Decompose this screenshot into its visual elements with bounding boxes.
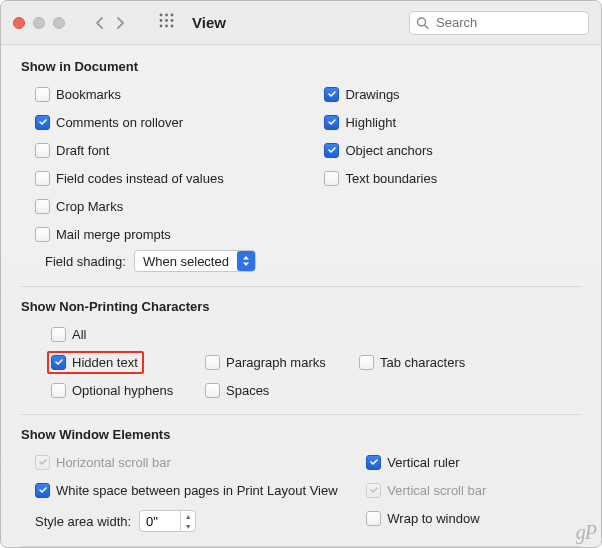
stepper-arrows[interactable]: ▲ ▼ bbox=[180, 511, 195, 531]
field-shading-label: Field shading: bbox=[45, 254, 126, 269]
checkbox-icon bbox=[366, 455, 381, 470]
style-area-width-row: Style area width: ▲ ▼ bbox=[35, 510, 346, 532]
close-window-button[interactable] bbox=[13, 17, 25, 29]
svg-line-10 bbox=[425, 25, 429, 29]
chevron-up-icon: ▲ bbox=[181, 511, 195, 521]
checkbox-optional-hyphens[interactable]: Optional hyphens bbox=[51, 380, 181, 400]
checkbox-icon bbox=[35, 171, 50, 186]
checkbox-label: Horizontal scroll bar bbox=[56, 455, 171, 470]
checkbox-mail-merge-prompts[interactable]: Mail merge prompts bbox=[35, 224, 304, 244]
svg-point-5 bbox=[171, 19, 174, 22]
annotation-highlight: Hidden text bbox=[47, 351, 144, 374]
checkbox-icon bbox=[51, 355, 66, 370]
checkbox-hidden-text[interactable]: Hidden text bbox=[51, 352, 181, 372]
back-button[interactable] bbox=[95, 16, 105, 30]
maximize-window-button[interactable] bbox=[53, 17, 65, 29]
checkbox-icon bbox=[205, 383, 220, 398]
svg-point-2 bbox=[171, 14, 174, 17]
checkbox-all[interactable]: All bbox=[51, 324, 581, 344]
checkbox-icon bbox=[35, 87, 50, 102]
checkbox-drawings[interactable]: Drawings bbox=[324, 84, 581, 104]
checkbox-bookmarks[interactable]: Bookmarks bbox=[35, 84, 304, 104]
checkbox-label: Highlight bbox=[345, 115, 396, 130]
checkbox-highlight[interactable]: Highlight bbox=[324, 112, 581, 132]
section-title: Show in Document bbox=[21, 59, 581, 74]
section-window-elements: Show Window Elements Horizontal scroll b… bbox=[21, 427, 581, 538]
checkbox-label: Field codes instead of values bbox=[56, 171, 224, 186]
checkbox-vertical-ruler[interactable]: Vertical ruler bbox=[366, 452, 581, 472]
checkbox-paragraph-marks[interactable]: Paragraph marks bbox=[205, 352, 335, 372]
checkbox-label: Spaces bbox=[226, 383, 269, 398]
svg-point-0 bbox=[160, 14, 163, 17]
svg-point-8 bbox=[171, 25, 174, 28]
checkbox-label: Paragraph marks bbox=[226, 355, 326, 370]
checkbox-label: Crop Marks bbox=[56, 199, 123, 214]
svg-point-3 bbox=[160, 19, 163, 22]
checkbox-label: Vertical ruler bbox=[387, 455, 459, 470]
window-title: View bbox=[192, 14, 226, 31]
checkbox-label: Bookmarks bbox=[56, 87, 121, 102]
svg-point-6 bbox=[160, 25, 163, 28]
checkbox-label: All bbox=[72, 327, 86, 342]
checkbox-object-anchors[interactable]: Object anchors bbox=[324, 140, 581, 160]
svg-point-1 bbox=[165, 14, 168, 17]
checkbox-draft-font[interactable]: Draft font bbox=[35, 140, 304, 160]
style-area-width-stepper[interactable]: ▲ ▼ bbox=[139, 510, 196, 532]
checkbox-icon bbox=[359, 355, 374, 370]
checkbox-icon bbox=[35, 143, 50, 158]
checkbox-icon bbox=[51, 383, 66, 398]
checkbox-label: Tab characters bbox=[380, 355, 465, 370]
checkbox-icon bbox=[366, 483, 381, 498]
checkbox-crop-marks[interactable]: Crop Marks bbox=[35, 196, 304, 216]
checkbox-spaces[interactable]: Spaces bbox=[205, 380, 335, 400]
field-shading-select[interactable]: When selected bbox=[134, 250, 256, 272]
search-input[interactable] bbox=[409, 11, 589, 35]
checkbox-comments-on-rollover[interactable]: Comments on rollover bbox=[35, 112, 304, 132]
forward-button[interactable] bbox=[115, 16, 125, 30]
checkbox-label: Object anchors bbox=[345, 143, 432, 158]
checkbox-horizontal-scroll-bar: Horizontal scroll bar bbox=[35, 452, 346, 472]
checkbox-label: Vertical scroll bar bbox=[387, 483, 486, 498]
checkbox-label: Draft font bbox=[56, 143, 109, 158]
window-controls bbox=[13, 17, 65, 29]
checkbox-icon bbox=[35, 227, 50, 242]
select-value: When selected bbox=[143, 254, 229, 269]
svg-point-7 bbox=[165, 25, 168, 28]
search-field[interactable] bbox=[409, 11, 589, 35]
show-all-icon[interactable] bbox=[159, 13, 174, 32]
nav-buttons bbox=[95, 16, 125, 30]
checkbox-tab-characters[interactable]: Tab characters bbox=[359, 352, 489, 372]
section-show-in-document: Show in Document Bookmarks Comments on r… bbox=[21, 59, 581, 278]
checkbox-text-boundaries[interactable]: Text boundaries bbox=[324, 168, 581, 188]
checkbox-label: Optional hyphens bbox=[72, 383, 173, 398]
chevron-up-down-icon bbox=[237, 251, 255, 271]
preferences-body: Show in Document Bookmarks Comments on r… bbox=[1, 45, 601, 547]
field-shading-row: Field shading: When selected bbox=[21, 250, 581, 272]
checkbox-label: Wrap to window bbox=[387, 511, 479, 526]
checkbox-wrap-to-window[interactable]: Wrap to window bbox=[366, 508, 581, 528]
checkbox-label: White space between pages in Print Layou… bbox=[56, 483, 338, 498]
style-area-width-label: Style area width: bbox=[35, 514, 131, 529]
svg-point-4 bbox=[165, 19, 168, 22]
checkbox-icon bbox=[35, 199, 50, 214]
style-area-width-input[interactable] bbox=[140, 512, 180, 531]
checkbox-label: Hidden text bbox=[72, 355, 138, 370]
checkbox-label: Comments on rollover bbox=[56, 115, 183, 130]
checkbox-icon bbox=[35, 483, 50, 498]
checkbox-white-space-between-pages[interactable]: White space between pages in Print Layou… bbox=[35, 480, 346, 500]
checkbox-icon bbox=[324, 115, 339, 130]
divider bbox=[21, 286, 581, 287]
divider bbox=[21, 546, 581, 547]
divider bbox=[21, 414, 581, 415]
checkbox-icon bbox=[324, 143, 339, 158]
checkbox-icon bbox=[366, 511, 381, 526]
checkbox-icon bbox=[35, 455, 50, 470]
minimize-window-button[interactable] bbox=[33, 17, 45, 29]
checkbox-label: Text boundaries bbox=[345, 171, 437, 186]
checkbox-icon bbox=[51, 327, 66, 342]
checkbox-label: Mail merge prompts bbox=[56, 227, 171, 242]
checkbox-field-codes[interactable]: Field codes instead of values bbox=[35, 168, 304, 188]
titlebar: View bbox=[1, 1, 601, 45]
preferences-window: View Show in Document Bookmarks Comments… bbox=[0, 0, 602, 548]
checkbox-vertical-scroll-bar: Vertical scroll bar bbox=[366, 480, 581, 500]
